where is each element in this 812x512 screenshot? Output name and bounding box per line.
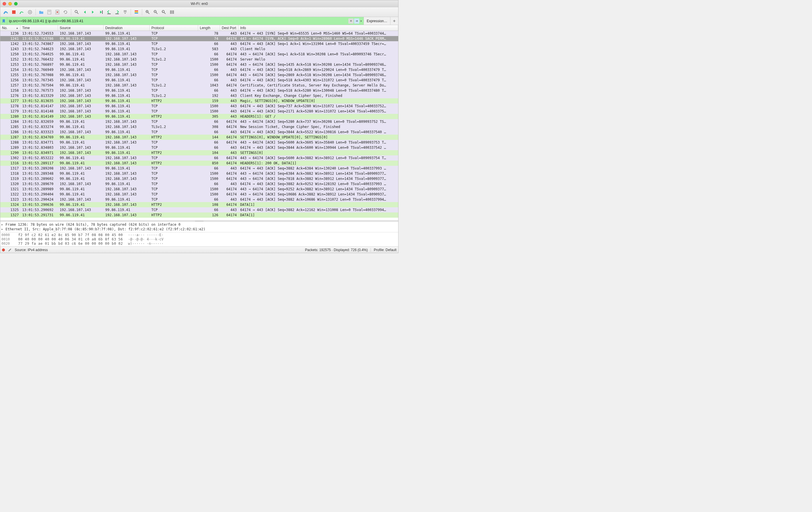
packet-row[interactable]: 124213:01:52.743867192.168.107.14399.86.… (0, 41, 398, 47)
minimize-button[interactable] (8, 2, 12, 5)
packet-bytes-pane[interactable]: 0000f2 9f c2 02 61 e2 8c 85 90 b7 7f 08 … (0, 232, 398, 246)
maximize-button[interactable] (14, 2, 18, 5)
packet-row[interactable]: 125313:01:52.76689799.86.119.41192.168.1… (0, 62, 398, 67)
titlebar: Wi-Fi: en0 (0, 0, 398, 7)
packet-list-body[interactable]: 123613:01:52.724553192.168.107.14399.86.… (0, 31, 398, 220)
col-dest-port[interactable]: Dest Port (220, 25, 238, 31)
bookmark-filter-icon[interactable] (0, 17, 7, 25)
edit-icon[interactable] (8, 248, 12, 252)
toolbar-separator (130, 9, 131, 15)
jump-to-button[interactable] (97, 8, 105, 16)
packet-row[interactable]: 123613:01:52.724553192.168.107.14399.86.… (0, 31, 398, 36)
svg-rect-14 (124, 11, 126, 12)
packet-row[interactable]: 132013:01:53.289670192.168.107.14399.86.… (0, 181, 398, 186)
col-length[interactable]: Length (198, 25, 220, 31)
col-info[interactable]: Info (238, 25, 398, 31)
packet-row[interactable]: 127613:01:52.813329192.168.107.14399.86.… (0, 93, 398, 98)
zoom-reset-button[interactable]: 1 (160, 8, 168, 16)
packet-row[interactable]: 131913:01:53.28960299.86.119.41192.168.1… (0, 176, 398, 181)
packet-row[interactable]: 132313:01:53.290424192.168.107.14399.86.… (0, 197, 398, 202)
go-back-button[interactable] (81, 8, 89, 16)
packet-row[interactable]: 125013:01:52.76402599.86.119.41192.168.1… (0, 52, 398, 57)
toolbar-separator (71, 9, 71, 15)
expression-button[interactable]: Expression… (364, 17, 390, 25)
col-source[interactable]: Source (58, 25, 104, 31)
svg-rect-12 (115, 13, 119, 14)
col-no[interactable]: No.▲ (0, 25, 21, 31)
packet-row[interactable]: 125713:01:52.76750499.86.119.41192.168.1… (0, 83, 398, 88)
window-title: Wi-Fi: en0 (191, 1, 208, 6)
packet-row[interactable]: 125213:01:52.76643299.86.119.41192.168.1… (0, 57, 398, 62)
packet-row[interactable]: 127913:01:52.814148192.168.107.14399.86.… (0, 109, 398, 114)
tree-item: ▶Ethernet II, Src: Apple_b7:7f:08 (8c:85… (1, 227, 397, 232)
packet-row[interactable]: 132113:01:53.28998999.86.119.41192.168.1… (0, 186, 398, 192)
restart-capture-button[interactable] (18, 8, 26, 16)
pane-splitter-1[interactable] (0, 220, 398, 222)
reload-button[interactable] (62, 8, 69, 16)
clear-filter-button[interactable]: ✕ (348, 19, 353, 24)
status-profile[interactable]: Profile: Default (374, 248, 397, 252)
resize-columns-button[interactable] (168, 8, 176, 16)
packet-row[interactable]: 131713:01:53.289208192.168.107.14399.86.… (0, 166, 398, 171)
packet-details-pane[interactable]: ▶Frame 1236: 78 bytes on wire (624 bits)… (0, 222, 398, 232)
packet-row[interactable]: 128013:01:52.814149192.168.107.14399.86.… (0, 114, 398, 119)
packet-row[interactable]: 128513:01:52.83327499.86.119.41192.168.1… (0, 124, 398, 129)
stop-capture-button[interactable] (10, 8, 18, 16)
save-file-button[interactable] (46, 8, 53, 16)
col-protocol[interactable]: Protocol (150, 25, 198, 31)
packet-row[interactable]: 124113:01:52.74378699.86.119.41192.168.1… (0, 36, 398, 41)
go-forward-button[interactable] (89, 8, 96, 16)
packet-row[interactable]: 132213:01:53.29040499.86.119.41192.168.1… (0, 192, 398, 197)
tree-item: ▶Frame 1236: 78 bytes on wire (624 bits)… (1, 222, 397, 227)
expand-icon[interactable]: ▶ (1, 223, 4, 226)
packet-row[interactable]: 132413:01:53.29063699.86.119.41192.168.1… (0, 202, 398, 207)
packet-row[interactable]: 131613:01:53.28911799.86.119.41192.168.1… (0, 160, 398, 166)
packet-row[interactable]: 125813:01:52.767573192.168.107.14399.86.… (0, 88, 398, 93)
go-first-button[interactable] (105, 8, 113, 16)
col-destination[interactable]: Destination (104, 25, 150, 31)
packet-row[interactable]: 125613:01:52.767345192.168.107.14399.86.… (0, 78, 398, 83)
packet-row[interactable]: 125513:01:52.76708899.86.119.41192.168.1… (0, 72, 398, 78)
packet-row[interactable]: 128913:01:52.834803192.168.107.14399.86.… (0, 145, 398, 150)
open-file-button[interactable] (37, 8, 45, 16)
go-last-button[interactable] (113, 8, 121, 16)
shark-fin-icon[interactable] (2, 8, 9, 16)
hex-row: 001000 40 00 00 40 00 40 06 34 01 c0 a8 … (1, 237, 397, 242)
main-window: Wi-Fi: en0 1 ✕ ➔ ▾ Expres (0, 0, 399, 253)
packet-row[interactable]: 132713:01:53.29173199.86.119.41192.168.1… (0, 212, 398, 218)
packet-row[interactable]: 128713:01:52.83476999.86.119.41192.168.1… (0, 134, 398, 140)
packet-row[interactable]: 127713:01:52.813635192.168.107.14399.86.… (0, 98, 398, 103)
zoom-out-button[interactable] (152, 8, 160, 16)
svg-point-2 (29, 11, 31, 13)
display-filter-bar: ✕ ➔ ▾ Expression… + (0, 17, 398, 25)
packet-row[interactable]: 130213:01:52.85322299.86.119.41192.168.1… (0, 155, 398, 160)
packet-row[interactable]: 128813:01:52.83477199.86.119.41192.168.1… (0, 140, 398, 145)
packet-row[interactable]: 132513:01:53.290692192.168.107.14399.86.… (0, 207, 398, 212)
close-button[interactable] (3, 2, 6, 5)
packet-row[interactable]: 124313:01:52.744623192.168.107.14399.86.… (0, 47, 398, 52)
dropdown-icon[interactable]: ▾ (360, 20, 362, 23)
close-file-button[interactable] (54, 8, 61, 16)
packet-row[interactable]: 128413:01:52.83265999.86.119.41192.168.1… (0, 119, 398, 124)
svg-line-26 (164, 12, 166, 14)
expert-info-led-icon[interactable] (2, 248, 5, 251)
capture-options-button[interactable] (26, 8, 34, 16)
add-filter-button[interactable]: + (390, 17, 398, 25)
svg-rect-5 (48, 11, 51, 11)
colorize-button[interactable] (133, 8, 140, 16)
expand-icon[interactable]: ▶ (1, 228, 4, 231)
packet-row[interactable]: 128613:01:52.833323192.168.107.14399.86.… (0, 129, 398, 134)
hex-row: 0000f2 9f c2 02 61 e2 8c 85 90 b7 7f 08 … (1, 233, 397, 237)
svg-text:1: 1 (162, 11, 164, 13)
toolbar-separator (35, 9, 36, 15)
packet-row[interactable]: 125413:01:52.766949192.168.107.14399.86.… (0, 67, 398, 72)
packet-row[interactable]: 127813:01:52.814147192.168.107.14399.86.… (0, 103, 398, 109)
packet-row[interactable]: 131813:01:53.28934899.86.119.41192.168.1… (0, 171, 398, 176)
apply-filter-button[interactable]: ➔ (354, 19, 359, 24)
auto-scroll-button[interactable] (121, 8, 129, 16)
zoom-in-button[interactable] (144, 8, 151, 16)
packet-row[interactable]: 129013:01:52.834971192.168.107.14399.86.… (0, 150, 398, 155)
find-button[interactable] (73, 8, 81, 16)
col-time[interactable]: Time (21, 25, 58, 31)
display-filter-input[interactable] (7, 17, 348, 25)
